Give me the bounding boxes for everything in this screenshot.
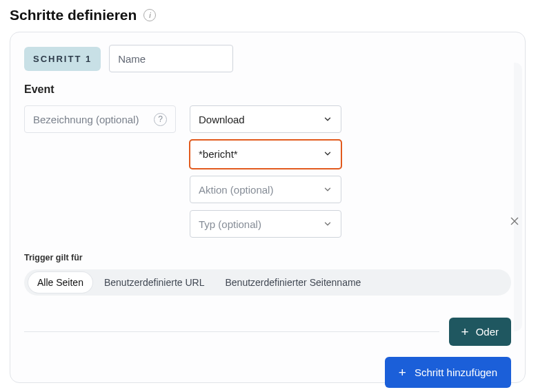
trigger-option-custom-pagename[interactable]: Benutzerdefinierter Seitenname xyxy=(216,272,370,293)
or-divider-row: + Oder xyxy=(24,318,511,346)
step-header-row: SCHRITT 1 xyxy=(24,45,511,72)
scroll-channel xyxy=(514,63,522,331)
divider-line xyxy=(24,331,439,332)
event-name-value: *bericht* xyxy=(199,148,238,160)
event-category-select[interactable]: Download xyxy=(190,105,341,133)
trigger-option-custom-url[interactable]: Benutzerdefinierte URL xyxy=(95,272,214,293)
page-header: Schritte definieren i xyxy=(10,7,528,23)
event-type-placeholder: Typ (optional) xyxy=(199,218,261,230)
page-title: Schritte definieren xyxy=(10,7,137,23)
event-label-placeholder: Bezeichnung (optional) xyxy=(33,114,139,125)
trigger-scope-segmented: Alle Seiten Benutzerdefinierte URL Benut… xyxy=(24,269,511,296)
event-label-row: Bezeichnung (optional) ? Download xyxy=(24,105,511,133)
event-section-label: Event xyxy=(24,83,511,96)
chevron-down-icon xyxy=(323,114,332,124)
info-icon[interactable]: i xyxy=(143,9,156,21)
event-label-input[interactable]: Bezeichnung (optional) ? xyxy=(24,105,176,133)
add-step-button[interactable]: + Schritt hinzufügen xyxy=(385,357,511,388)
steps-card: SCHRITT 1 Event Bezeichnung (optional) ?… xyxy=(10,32,526,383)
add-step-button-label: Schritt hinzufügen xyxy=(415,367,497,378)
trigger-label: Trigger gilt für xyxy=(24,253,511,262)
chevron-down-icon xyxy=(323,219,332,229)
step-name-input[interactable] xyxy=(109,45,233,72)
or-button-label: Oder xyxy=(476,326,499,338)
remove-condition-button[interactable] xyxy=(506,213,523,229)
or-button[interactable]: + Oder xyxy=(449,318,511,346)
step-badge: SCHRITT 1 xyxy=(24,47,101,71)
event-action-select[interactable]: Aktion (optional) xyxy=(190,176,341,203)
event-type-row: Typ (optional) xyxy=(24,210,511,238)
event-action-placeholder: Aktion (optional) xyxy=(199,184,273,196)
event-type-select[interactable]: Typ (optional) xyxy=(190,210,341,238)
help-icon[interactable]: ? xyxy=(154,113,167,126)
event-name-row: *bericht* xyxy=(24,140,511,169)
event-name-select[interactable]: *bericht* xyxy=(190,140,341,169)
chevron-down-icon xyxy=(323,185,332,194)
trigger-option-all-pages[interactable]: Alle Seiten xyxy=(28,272,92,293)
card-footer: + Schritt hinzufügen xyxy=(24,357,511,388)
event-action-row: Aktion (optional) xyxy=(24,176,511,203)
event-category-value: Download xyxy=(199,114,245,125)
chevron-down-icon xyxy=(323,149,332,158)
